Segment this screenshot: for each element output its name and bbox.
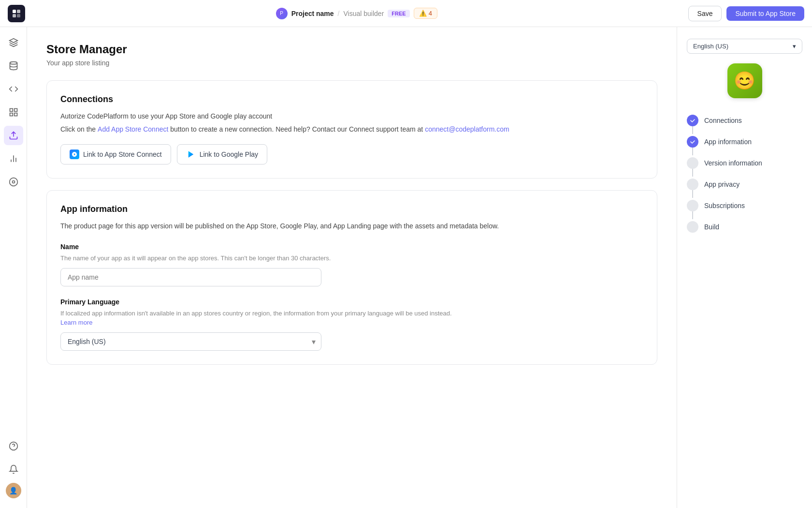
- warning-count: 4: [429, 10, 432, 17]
- name-section: Name The name of your app as it will app…: [60, 243, 643, 286]
- content-area: Store Manager Your app store listing Con…: [27, 27, 812, 508]
- connections-card: Connections Autorize CodePlatform to use…: [46, 80, 657, 179]
- svg-rect-3: [17, 14, 20, 17]
- svg-point-14: [9, 178, 17, 186]
- connections-description: Autorize CodePlatform to use your App St…: [60, 111, 643, 121]
- sidebar: 👤: [0, 27, 27, 508]
- chevron-down-icon: ▾: [793, 43, 796, 50]
- connections-hint-highlight: Add App Store Connect: [98, 125, 168, 133]
- nav-step-label-connections: Connections: [704, 117, 742, 124]
- save-button[interactable]: Save: [688, 6, 722, 21]
- app-name-input[interactable]: [60, 268, 321, 286]
- nav-steps: Connections App information Version info…: [687, 110, 802, 238]
- language-select[interactable]: English (US) English (UK) French German …: [60, 332, 321, 351]
- main-panel: Store Manager Your app store listing Con…: [27, 27, 677, 508]
- language-select-wrapper: English (US) English (UK) French German …: [60, 332, 321, 351]
- nav-step-label-version-information: Version information: [704, 159, 762, 167]
- nav-step-label-app-privacy: App privacy: [704, 180, 740, 188]
- connections-hint: Click on the Add App Store Connect butto…: [60, 124, 643, 134]
- nav-step-version-information[interactable]: Version information: [687, 152, 802, 174]
- connection-buttons: Link to App Store Connect: [60, 144, 643, 164]
- nav-step-app-privacy[interactable]: App privacy: [687, 174, 802, 195]
- warning-icon: ⚠️: [419, 10, 427, 17]
- project-name[interactable]: Project name: [291, 10, 334, 17]
- app-logo: [8, 5, 25, 22]
- language-hint: If localized app information isn't avail…: [60, 309, 643, 328]
- step-circle-version-information: [687, 157, 698, 169]
- submit-button[interactable]: Submit to App Store: [726, 6, 804, 21]
- svg-rect-6: [10, 109, 13, 112]
- connections-hint-suffix: button to create a new connection. Need …: [170, 125, 425, 133]
- link-playstore-button[interactable]: Link to Google Play: [177, 144, 267, 164]
- step-circle-app-privacy: [687, 179, 698, 190]
- svg-point-5: [10, 62, 17, 64]
- svg-rect-0: [13, 10, 16, 13]
- svg-rect-9: [14, 113, 17, 116]
- link-appstore-button[interactable]: Link to App Store Connect: [60, 144, 171, 164]
- sidebar-item-bell[interactable]: [4, 460, 23, 479]
- sidebar-item-analytics[interactable]: [4, 149, 23, 168]
- breadcrumb-separator: /: [338, 10, 340, 17]
- sidebar-item-help[interactable]: [4, 436, 23, 456]
- language-section: Primary Language If localized app inform…: [60, 298, 643, 351]
- topbar-right: Save Submit to App Store: [688, 6, 804, 21]
- appstore-icon: [70, 149, 79, 159]
- playstore-icon: [186, 149, 196, 159]
- warning-badge[interactable]: ⚠️ 4: [414, 8, 437, 19]
- user-avatar[interactable]: 👤: [6, 483, 21, 498]
- nav-step-connections[interactable]: Connections: [687, 110, 802, 131]
- svg-rect-1: [17, 10, 20, 13]
- nav-step-app-information[interactable]: App information: [687, 131, 802, 152]
- language-dropdown-label: English (US): [693, 43, 728, 50]
- nav-step-label-app-information: App information: [704, 138, 752, 146]
- link-playstore-label: Link to Google Play: [200, 150, 258, 158]
- svg-rect-8: [10, 113, 13, 116]
- nav-step-label-subscriptions: Subscriptions: [704, 202, 745, 209]
- sidebar-item-code[interactable]: [4, 79, 23, 99]
- topbar: P Project name / Visual builder FREE ⚠️ …: [0, 0, 812, 27]
- sidebar-item-publish[interactable]: [4, 126, 23, 145]
- free-badge: FREE: [388, 10, 409, 17]
- language-dropdown[interactable]: English (US) ▾: [687, 39, 802, 54]
- sidebar-item-data[interactable]: [4, 56, 23, 75]
- sidebar-bottom: 👤: [4, 436, 23, 502]
- app-icon-preview: 😊: [727, 63, 762, 98]
- name-hint: The name of your app as it will appear o…: [60, 254, 643, 263]
- project-avatar: P: [276, 8, 288, 19]
- step-circle-build: [687, 221, 698, 233]
- language-learn-more-link[interactable]: Learn more: [60, 319, 92, 326]
- nav-step-subscriptions[interactable]: Subscriptions: [687, 195, 802, 216]
- sidebar-item-target[interactable]: [4, 172, 23, 192]
- sidebar-item-layers[interactable]: [4, 33, 23, 52]
- svg-rect-7: [14, 109, 17, 112]
- connections-hint-text: Click on the: [60, 125, 98, 133]
- connections-email-link[interactable]: connect@codeplatform.com: [425, 125, 509, 133]
- name-label: Name: [60, 243, 643, 251]
- svg-point-15: [12, 181, 14, 183]
- language-label: Primary Language: [60, 298, 643, 306]
- right-panel: English (US) ▾ 😊 Connections: [677, 27, 812, 508]
- svg-marker-18: [188, 151, 193, 158]
- topbar-center: P Project name / Visual builder FREE ⚠️ …: [276, 8, 437, 19]
- app-info-title: App information: [60, 204, 643, 214]
- step-circle-connections: [687, 115, 698, 126]
- sidebar-item-components[interactable]: [4, 103, 23, 122]
- language-hint-text: If localized app information isn't avail…: [60, 310, 452, 317]
- connections-title: Connections: [60, 94, 643, 105]
- svg-rect-2: [13, 14, 16, 17]
- app-icon-emoji: 😊: [734, 71, 755, 91]
- app-info-description: The product page for this app version wi…: [60, 221, 643, 231]
- main-layout: 👤 Store Manager Your app store listing C…: [0, 27, 812, 508]
- link-appstore-label: Link to App Store Connect: [83, 150, 162, 158]
- nav-step-build[interactable]: Build: [687, 216, 802, 238]
- step-circle-subscriptions: [687, 200, 698, 211]
- page-title: Store Manager: [46, 43, 657, 56]
- topbar-left: [8, 5, 25, 22]
- nav-step-label-build: Build: [704, 223, 719, 231]
- step-circle-app-information: [687, 136, 698, 148]
- app-info-card: App information The product page for thi…: [46, 190, 657, 365]
- view-name[interactable]: Visual builder: [344, 10, 384, 17]
- svg-marker-4: [9, 39, 17, 43]
- page-subtitle: Your app store listing: [46, 59, 657, 67]
